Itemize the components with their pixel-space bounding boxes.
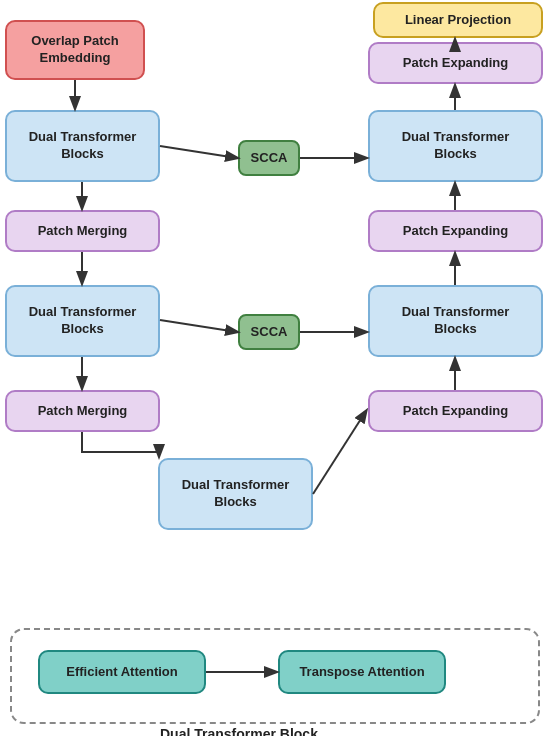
diagram-container: Linear Projection Patch Expanding Overla… [0, 0, 554, 736]
svg-line-10 [160, 146, 237, 158]
linear-projection-block: Linear Projection [373, 2, 543, 38]
dual-transformer-bottom-block: Dual TransformerBlocks [158, 458, 313, 530]
overlap-patch-embedding-block: Overlap PatchEmbedding [5, 20, 145, 80]
patch-merging-1-block: Patch Merging [5, 210, 160, 252]
scca-2-block: SCCA [238, 314, 300, 350]
dual-transformer-1-right-block: Dual TransformerBlocks [368, 110, 543, 182]
transpose-attention-block: Transpose Attention [278, 650, 446, 694]
svg-line-12 [160, 320, 237, 332]
patch-expanding-1-block: Patch Expanding [368, 210, 543, 252]
dual-transformer-2-left-block: Dual TransformerBlocks [5, 285, 160, 357]
svg-line-4 [313, 411, 366, 494]
scca-1-block: SCCA [238, 140, 300, 176]
legend-label: Dual Transformer Block [160, 726, 318, 736]
efficient-attention-block: Efficient Attention [38, 650, 206, 694]
dual-transformer-2-right-block: Dual TransformerBlocks [368, 285, 543, 357]
dual-transformer-1-left-block: Dual TransformerBlocks [5, 110, 160, 182]
patch-expanding-2-block: Patch Expanding [368, 390, 543, 432]
patch-expanding-top-block: Patch Expanding [368, 42, 543, 84]
patch-merging-2-block: Patch Merging [5, 390, 160, 432]
